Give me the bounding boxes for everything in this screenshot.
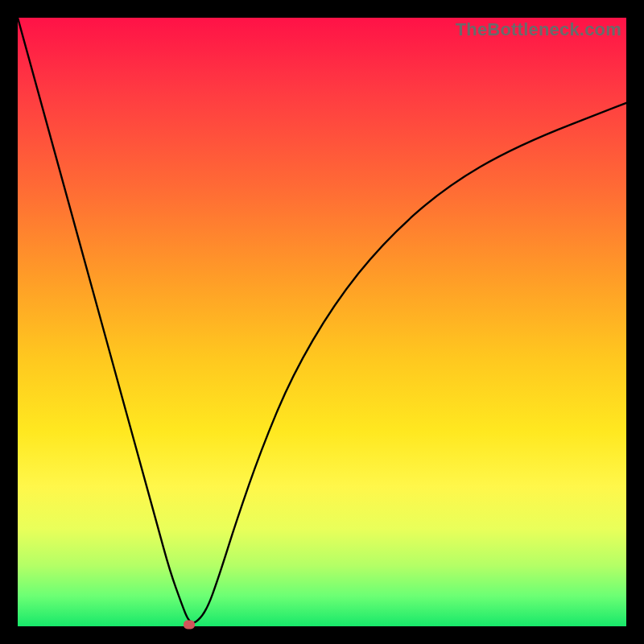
chart-curve-svg: [18, 18, 626, 626]
chart-plot-area: TheBottleneck.com: [18, 18, 626, 626]
chart-curve-path: [18, 18, 626, 623]
chart-min-marker: [184, 621, 195, 630]
chart-frame: TheBottleneck.com: [0, 0, 644, 644]
